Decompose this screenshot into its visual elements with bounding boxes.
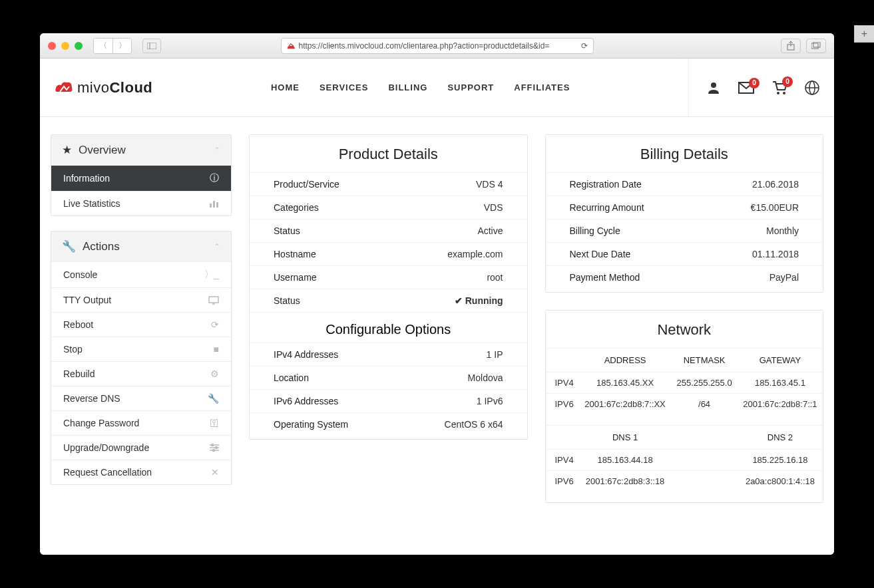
kv-key: Status	[274, 295, 300, 306]
account-icon[interactable]	[706, 80, 721, 95]
cell: IPV6	[546, 394, 579, 415]
maximize-window[interactable]	[75, 42, 83, 50]
window-controls	[48, 42, 83, 50]
kv-val: VDS	[484, 202, 503, 213]
svg-point-6	[711, 82, 716, 88]
sidebar-item-label: Change Password	[63, 418, 139, 428]
cell: IPV4	[546, 372, 579, 394]
sidebar-item-label: Stop	[63, 344, 83, 355]
kv-val: Moldova	[468, 372, 503, 383]
sidebar-item-rebuild[interactable]: Rebuild ⚙	[51, 361, 231, 386]
sidebar-overview-panel: ★ Overview ⌃ Information ⓘ Live Statisti…	[51, 134, 232, 216]
product-details-card: Product Details Product/ServiceVDS 4 Cat…	[249, 134, 528, 440]
sidebar-item-upgrade-downgrade[interactable]: Upgrade/Downgrade	[51, 435, 231, 460]
logo[interactable]: mivoCloud	[55, 79, 152, 96]
sidebar-item-label: Reverse DNS	[63, 393, 120, 404]
svg-rect-14	[213, 201, 215, 208]
cart-icon[interactable]: 0	[771, 80, 787, 95]
kv-val: 01.11.2018	[752, 249, 799, 259]
sidebar-item-information[interactable]: Information ⓘ	[51, 165, 231, 191]
kv-key: Username	[274, 272, 317, 283]
mail-icon[interactable]: 0	[738, 82, 754, 94]
sidebar-item-reboot[interactable]: Reboot ⟳	[51, 312, 231, 337]
cell: 2001:67c:2db8:7::XX	[579, 394, 671, 415]
close-window[interactable]	[48, 42, 56, 50]
main-nav: HOME SERVICES BILLING SUPPORT AFFILIATES	[271, 82, 570, 92]
sidebar-item-label: Information	[63, 173, 110, 184]
kv-val: Monthly	[766, 225, 799, 236]
kv-val: €15.00EUR	[751, 202, 799, 213]
th-gateway: GATEWAY	[738, 349, 823, 372]
kv-key: Categories	[274, 202, 319, 213]
nav-affiliates[interactable]: AFFILIATES	[514, 82, 570, 92]
sidebar-item-request-cancellation[interactable]: Request Cancellation ✕	[51, 460, 231, 484]
svg-rect-15	[216, 202, 218, 208]
nav-services[interactable]: SERVICES	[320, 82, 369, 92]
gears-icon: ⚙	[210, 368, 219, 379]
mail-badge: 0	[749, 78, 760, 88]
sidebar-actions-title: Actions	[83, 240, 120, 253]
cell: 185.163.45.1	[738, 372, 823, 394]
sidebar-toggle[interactable]	[142, 39, 161, 53]
nav-support[interactable]: SUPPORT	[447, 82, 494, 92]
kv-key: Status	[274, 225, 300, 236]
kv-key: Recurring Amount	[570, 202, 644, 213]
terminal-icon: 〉_	[204, 269, 219, 281]
nav-billing[interactable]: BILLING	[388, 82, 427, 92]
cell: 2001:67c:2db8:7::1	[738, 394, 823, 415]
share-button[interactable]	[781, 39, 801, 53]
network-card: Network ADDRESS NETMASK GATEWAY IPV4 185…	[545, 310, 824, 503]
svg-point-9	[783, 92, 785, 94]
sidebar-item-label: Reboot	[63, 319, 93, 330]
svg-point-21	[212, 444, 214, 446]
sidebar-item-label: Live Statistics	[63, 198, 120, 209]
sidebar-overview-title: Overview	[79, 144, 126, 157]
svg-point-23	[213, 450, 215, 452]
svg-rect-0	[147, 43, 156, 49]
kv-key: Hostname	[274, 249, 316, 259]
sidebar-item-tty-output[interactable]: TTY Output	[51, 287, 231, 312]
sidebar-overview-header[interactable]: ★ Overview ⌃	[51, 135, 231, 165]
stop-icon: ■	[214, 344, 219, 355]
kv-key: Product/Service	[274, 179, 339, 190]
refresh-icon: ⟳	[211, 319, 219, 330]
back-button[interactable]: 〈	[94, 39, 112, 53]
sidebar-item-label: Console	[63, 269, 97, 280]
monitor-icon	[208, 296, 219, 305]
globe-icon[interactable]	[805, 80, 819, 95]
forward-button[interactable]: 〉	[112, 39, 131, 53]
table-row: IPV6 2001:67c:2db8:3::18 2a0a:c800:1:4::…	[546, 471, 823, 492]
url-bar[interactable]: ⛰ https://clients.mivocloud.com/clientar…	[281, 38, 594, 54]
kv-val: Active	[477, 225, 503, 236]
sidebar-item-live-statistics[interactable]: Live Statistics	[51, 191, 231, 216]
sliders-icon	[210, 444, 219, 452]
th-address: ADDRESS	[579, 349, 671, 372]
kv-val: 21.06.2018	[752, 179, 799, 190]
reload-icon[interactable]: ⟳	[581, 41, 588, 51]
sidebar-item-label: Upgrade/Downgrade	[63, 442, 149, 453]
svg-point-22	[216, 447, 218, 449]
sidebar-item-change-password[interactable]: Change Password ⚿	[51, 410, 231, 435]
status-running: Running	[455, 295, 503, 306]
minimize-window[interactable]	[61, 42, 69, 50]
sidebar-item-reverse-dns[interactable]: Reverse DNS 🔧	[51, 386, 231, 410]
logo-text-1: mivo	[77, 79, 109, 96]
configurable-options-title: Configurable Options	[250, 312, 527, 343]
kv-val: example.com	[447, 249, 503, 259]
cell: 185.225.16.18	[738, 450, 823, 471]
logo-text-2: Cloud	[109, 79, 152, 96]
nav-home[interactable]: HOME	[271, 82, 300, 92]
th-dns1: DNS 1	[579, 426, 671, 450]
kv-key: IPv6 Addresses	[274, 396, 338, 406]
network-title: Network	[546, 311, 823, 348]
cell: 185.163.44.18	[579, 450, 671, 471]
sidebar-actions-panel: 🔧 Actions ⌃ Console 〉_ TTY Output	[51, 231, 232, 485]
sidebar-actions-header[interactable]: 🔧 Actions ⌃	[51, 231, 231, 261]
sidebar-item-label: Request Cancellation	[63, 467, 152, 478]
sidebar-item-stop[interactable]: Stop ■	[51, 337, 231, 361]
browser-window: 〈 〉 ⛰ https://clients.mivocloud.com/clie…	[40, 33, 834, 555]
sidebar-item-console[interactable]: Console 〉_	[51, 261, 231, 287]
network-table: ADDRESS NETMASK GATEWAY IPV4 185.163.45.…	[546, 348, 823, 502]
sidebar-item-label: Rebuild	[63, 368, 95, 379]
tabs-button[interactable]	[806, 39, 826, 53]
